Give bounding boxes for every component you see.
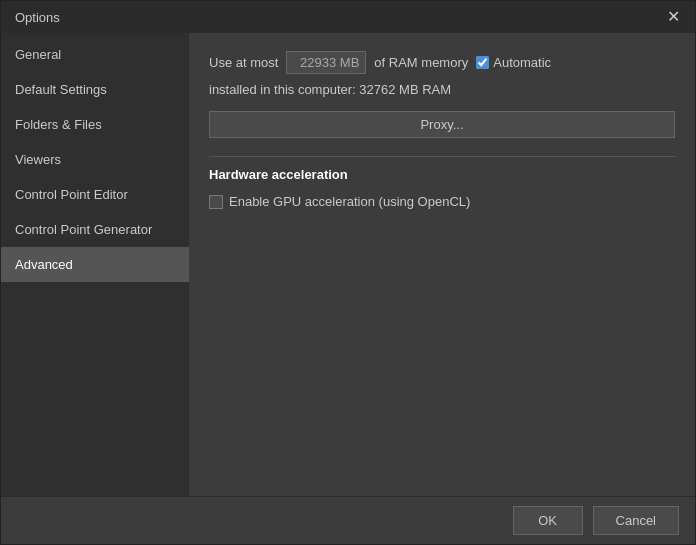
content-area: Use at most of RAM memory Automatic inst… xyxy=(189,33,695,496)
proxy-button[interactable]: Proxy... xyxy=(209,111,675,138)
gpu-row: Enable GPU acceleration (using OpenCL) xyxy=(209,194,675,209)
automatic-checkbox[interactable] xyxy=(476,56,489,69)
ram-row: Use at most of RAM memory Automatic xyxy=(209,51,675,74)
sidebar: General Default Settings Folders & Files… xyxy=(1,33,189,496)
close-button[interactable]: ✕ xyxy=(663,7,683,27)
sidebar-item-control-point-editor[interactable]: Control Point Editor xyxy=(1,177,189,212)
sidebar-item-viewers[interactable]: Viewers xyxy=(1,142,189,177)
sidebar-item-label: General xyxy=(15,47,61,62)
sidebar-item-label: Viewers xyxy=(15,152,61,167)
sidebar-item-label: Folders & Files xyxy=(15,117,102,132)
hardware-section-title: Hardware acceleration xyxy=(209,167,348,182)
title-bar: Options ✕ xyxy=(1,1,695,33)
sidebar-item-label: Advanced xyxy=(15,257,73,272)
hardware-section-header: Hardware acceleration xyxy=(209,167,675,182)
ok-button[interactable]: OK xyxy=(513,506,583,535)
ram-unit: of RAM memory xyxy=(374,55,468,70)
automatic-checkbox-label[interactable]: Automatic xyxy=(476,55,551,70)
sidebar-item-label: Default Settings xyxy=(15,82,107,97)
section-divider xyxy=(209,156,675,157)
gpu-checkbox[interactable] xyxy=(209,195,223,209)
automatic-label: Automatic xyxy=(493,55,551,70)
cancel-button[interactable]: Cancel xyxy=(593,506,679,535)
ram-label: Use at most xyxy=(209,55,278,70)
sidebar-item-folders-files[interactable]: Folders & Files xyxy=(1,107,189,142)
dialog-title: Options xyxy=(15,10,60,25)
sidebar-item-label: Control Point Generator xyxy=(15,222,152,237)
sidebar-item-default-settings[interactable]: Default Settings xyxy=(1,72,189,107)
sidebar-item-advanced[interactable]: Advanced xyxy=(1,247,189,282)
sidebar-item-general[interactable]: General xyxy=(1,37,189,72)
main-content: General Default Settings Folders & Files… xyxy=(1,33,695,496)
ram-input[interactable] xyxy=(286,51,366,74)
footer: OK Cancel xyxy=(1,496,695,544)
sidebar-item-control-point-generator[interactable]: Control Point Generator xyxy=(1,212,189,247)
installed-info: installed in this computer: 32762 MB RAM xyxy=(209,82,675,97)
options-dialog: Options ✕ General Default Settings Folde… xyxy=(0,0,696,545)
gpu-label: Enable GPU acceleration (using OpenCL) xyxy=(229,194,470,209)
sidebar-item-label: Control Point Editor xyxy=(15,187,128,202)
